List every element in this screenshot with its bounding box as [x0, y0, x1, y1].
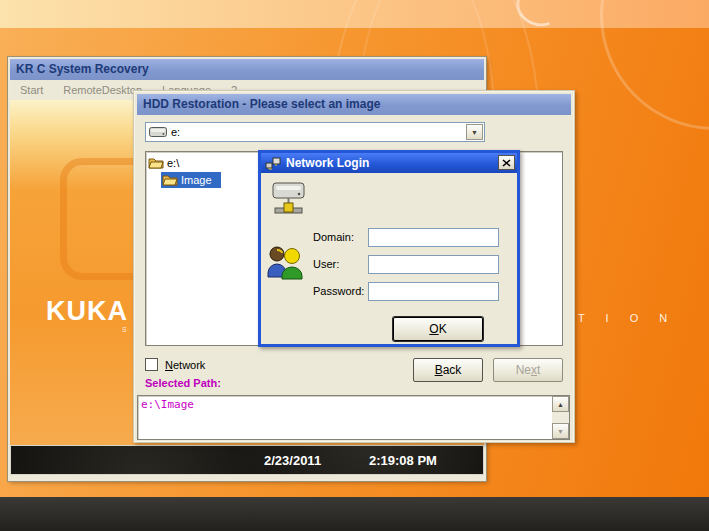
combo-dropdown-button[interactable]: ▼ [466, 124, 483, 140]
password-label: Password: [313, 282, 364, 301]
ok-button[interactable]: OK [393, 317, 483, 341]
kuka-logo: KUKA [46, 296, 128, 327]
next-button: Next [493, 358, 563, 382]
tree-item-image-label: Image [178, 174, 215, 186]
dialog-network-login: Network Login Domain: User: Password: OK [258, 150, 520, 347]
network-checkbox-row[interactable]: Network [145, 358, 205, 371]
statusbar-date: 2/23/2011 [264, 453, 321, 468]
statusbar: 2/23/2011 2:19:08 PM [10, 445, 484, 475]
network-login-titlebar[interactable]: Network Login [261, 153, 517, 173]
desktop-bottom-band [0, 497, 709, 531]
statusbar-time: 2:19:08 PM [369, 453, 437, 468]
scroll-up-icon[interactable]: ▲ [552, 396, 569, 412]
open-folder-icon [148, 156, 164, 169]
main-window-titlebar[interactable]: KR C System Recovery [10, 59, 484, 80]
back-button[interactable]: Back [413, 358, 483, 382]
drive-combo-value: e: [171, 126, 180, 138]
close-icon[interactable] [498, 155, 515, 170]
desktop-top-band [0, 0, 709, 28]
drive-icon [149, 127, 167, 138]
user-field[interactable] [368, 255, 499, 274]
tree-item-root-label: e:\ [164, 157, 182, 169]
selected-path-value: e:\Image [141, 398, 194, 411]
path-scrollbar[interactable]: ▲ ▼ [552, 396, 569, 439]
brand-text-fragment: T I O N [578, 312, 676, 324]
password-field[interactable] [368, 282, 499, 301]
network-icon [265, 156, 281, 170]
network-checkbox[interactable] [145, 358, 158, 371]
drive-select-combobox[interactable]: e: ▼ [145, 122, 485, 142]
network-checkbox-label: Network [165, 359, 205, 371]
users-icon [265, 243, 305, 281]
tree-selection-highlight: Image [161, 172, 221, 188]
open-folder-icon [162, 173, 178, 186]
scroll-down-icon[interactable]: ▼ [552, 423, 569, 439]
network-drive-icon [270, 181, 308, 221]
selected-path-textbox[interactable]: e:\Image ▲ ▼ [137, 395, 570, 440]
domain-label: Domain: [313, 228, 354, 247]
menu-item-start[interactable]: Start [10, 84, 53, 96]
desktop: T I O N KR C System Recovery Start Remot… [0, 0, 709, 531]
domain-field[interactable] [368, 228, 499, 247]
user-label: User: [313, 255, 339, 274]
selected-path-label: Selected Path: [145, 377, 221, 389]
network-login-title: Network Login [286, 153, 369, 173]
